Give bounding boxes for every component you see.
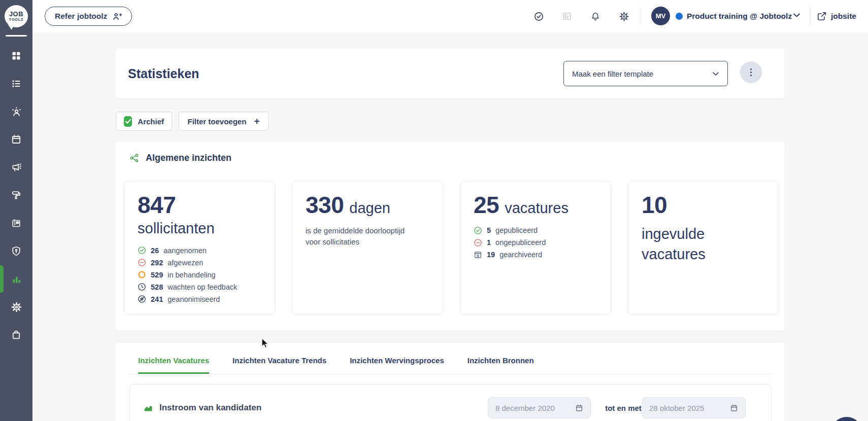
jobsite-label: jobsite (831, 12, 856, 21)
stat-card-lead-time: 330 dagen is de gemiddelde doorlooptijd … (292, 181, 443, 315)
calendar-date-icon (730, 404, 738, 412)
insights-tabs: Inzichten Vacatures Inzichten Vacature T… (128, 343, 772, 374)
sidebar-item-dashboard[interactable] (0, 46, 32, 66)
tab-inzichten-vacature-trends[interactable]: Inzichten Vacature Trends (232, 356, 326, 374)
sidebar (0, 32, 32, 421)
stat-card-applicants: 847 sollicitanten 26aangenomen 292afgewe… (124, 181, 275, 315)
sidebar-item-statistics[interactable] (0, 269, 32, 289)
candidate-inflow-title: Instroom van kandidaten (159, 403, 261, 413)
sidebar-item-company[interactable] (0, 213, 32, 233)
header-more-actions-button[interactable] (740, 61, 762, 83)
refer-jobtoolz-label: Refer jobtoolz (55, 12, 107, 21)
vacancies-number: 25 (474, 193, 499, 218)
chevron-down-icon[interactable] (793, 13, 800, 18)
tasks-check-icon[interactable] (533, 11, 544, 22)
lead-time-number: 330 (306, 193, 344, 218)
account-name-label: Product training @ Jobtoolz (687, 12, 792, 21)
filter-template-select[interactable]: Maak een filter template (563, 61, 728, 86)
applicants-breakdown: 26aangenomen 292afgewezen 529in behandel… (138, 246, 261, 303)
tab-inzichten-bronnen[interactable]: Inzichten Bronnen (468, 356, 534, 374)
date-from-value: 8 december 2020 (495, 404, 555, 412)
calendar-icon (11, 134, 22, 145)
logo-text-bottom: TOOLZ (9, 17, 23, 22)
page-title: Statistieken (128, 49, 199, 98)
sidebar-item-candidates[interactable] (0, 101, 32, 122)
paint-roller-icon (11, 190, 22, 201)
minus-circle-icon (138, 258, 146, 267)
tab-inzichten-wervingsproces[interactable]: Inzichten Wervingsproces (350, 356, 444, 374)
applicants-label: sollicitanten (138, 218, 261, 239)
sidebar-divider (6, 35, 27, 37)
clock-icon (138, 283, 146, 291)
share-icon[interactable] (129, 153, 139, 163)
list-item: 1ongepubliceerd (474, 238, 597, 247)
sidebar-item-employer-branding[interactable] (0, 185, 32, 205)
dashboard-icon (11, 50, 22, 61)
stat-card-filled-vacancies: 10 ingevulde vacatures (628, 181, 779, 315)
tab-inzichten-vacatures[interactable]: Inzichten Vacatures (138, 356, 209, 374)
external-link-icon (817, 12, 826, 21)
filled-vacancies-label: ingevulde vacatures (642, 224, 765, 265)
active-nav-indicator (0, 265, 4, 293)
billing-card-icon[interactable] (561, 11, 573, 22)
topbar-divider-2 (810, 7, 811, 26)
filter-template-value: Maak een filter template (572, 69, 653, 78)
calendar-date-icon (575, 404, 583, 412)
jobsite-link[interactable]: jobsite (817, 0, 856, 32)
avatar[interactable]: MV (651, 7, 670, 25)
archive-filter-toggle[interactable]: Archief (116, 112, 172, 131)
candidates-icon (11, 106, 22, 118)
account-switcher[interactable]: Product training @ Jobtoolz (687, 0, 792, 32)
sidebar-item-campaigns[interactable] (0, 157, 32, 178)
list-item: 292afgewezen (138, 258, 261, 267)
sidebar-item-calendar[interactable] (0, 129, 32, 150)
candidate-inflow-header: Instroom van kandidaten (144, 384, 261, 421)
archive-icon (474, 251, 482, 259)
ring-icon (138, 270, 146, 279)
sidebar-item-shop[interactable] (0, 325, 32, 345)
topbar-divider (641, 7, 641, 26)
add-filter-label: Filter toevoegen (188, 117, 247, 126)
sidebar-item-settings[interactable] (0, 297, 32, 317)
plus-icon: + (254, 116, 259, 127)
list-item: 5gepubliceerd (474, 226, 597, 235)
company-icon (11, 218, 22, 229)
sidebar-item-security[interactable] (0, 241, 32, 261)
vacancies-breakdown: 5gepubliceerd 1ongepubliceerd 19gearchiv… (474, 226, 597, 259)
topbar: JOB TOOLZ Refer jobtoolz (0, 0, 868, 32)
list-item: 529in behandeling (138, 270, 261, 279)
statistics-icon (11, 273, 22, 285)
megaphone-icon (11, 162, 22, 173)
anonymized-icon (138, 295, 146, 303)
date-to-picker[interactable]: 28 oktober 2025 (642, 397, 746, 418)
list-item: 241geanonimiseerd (138, 295, 261, 303)
applicants-number: 847 (138, 193, 261, 218)
general-insights-header: Algemene inzichten (129, 153, 231, 163)
person-add-icon (112, 12, 122, 21)
filled-vacancies-number: 10 (642, 193, 667, 218)
list-icon (11, 78, 22, 89)
notifications-bell-icon[interactable] (590, 11, 601, 22)
sidebar-item-vacancies-list[interactable] (0, 74, 32, 94)
avatar-initials: MV (656, 12, 666, 20)
organisation-dot-icon (676, 13, 683, 20)
general-insights-card: Algemene inzichten 847 sollicitanten 26a… (115, 142, 785, 331)
jobtoolz-logo-icon: JOB TOOLZ (5, 5, 28, 27)
chat-widget-button[interactable] (831, 417, 862, 421)
archive-checkbox[interactable] (124, 116, 132, 127)
kebab-menu-icon (750, 68, 752, 77)
area-chart-icon (144, 403, 153, 412)
insights-tabs-card: Inzichten Vacatures Inzichten Vacature T… (115, 343, 785, 421)
lead-time-label: dagen (349, 198, 390, 219)
add-filter-button[interactable]: Filter toevoegen + (179, 112, 269, 131)
gear-icon[interactable] (618, 11, 629, 22)
date-from-picker[interactable]: 8 december 2020 (488, 397, 591, 418)
stat-card-vacancies: 25 vacatures 5gepubliceerd 1ongepublicee… (460, 181, 611, 315)
check-circle-icon (138, 246, 146, 255)
shop-bag-icon (11, 329, 22, 340)
refer-jobtoolz-button[interactable]: Refer jobtoolz (45, 7, 132, 26)
app-logo[interactable]: JOB TOOLZ (0, 0, 32, 32)
list-item: 26aangenomen (138, 246, 261, 255)
archive-filter-label: Archief (138, 117, 164, 126)
candidate-inflow-panel: Instroom van kandidaten 8 december 2020 … (129, 384, 772, 421)
